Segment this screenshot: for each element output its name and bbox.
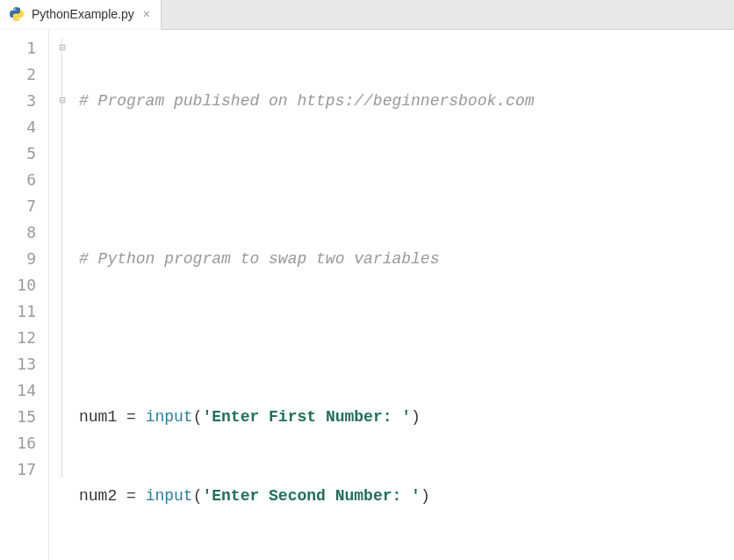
tab-bar: PythonExample.py × xyxy=(0,0,734,30)
line-number: 17 xyxy=(0,456,36,483)
comment: # Program published on https://beginners… xyxy=(79,92,534,110)
line-number: 2 xyxy=(0,61,36,88)
line-number: 3 xyxy=(0,88,36,114)
comment: # Python program to swap two variables xyxy=(79,250,439,268)
line-number: 10 xyxy=(0,272,36,298)
line-number: 7 xyxy=(0,193,36,219)
code-line: num1 = input('Enter First Number: ') xyxy=(79,404,734,430)
line-number: 6 xyxy=(0,167,36,193)
code-line: # Python program to swap two variables xyxy=(79,246,734,272)
line-number: 12 xyxy=(0,325,36,351)
paren: ) xyxy=(411,408,421,426)
line-number: 15 xyxy=(0,404,36,430)
string: 'Enter First Number: ' xyxy=(202,408,411,426)
python-file-icon xyxy=(9,6,25,22)
builtin: input xyxy=(146,408,193,426)
paren: ) xyxy=(421,487,430,505)
builtin: input xyxy=(146,487,193,505)
identifier: num1 xyxy=(79,408,117,426)
line-number: 5 xyxy=(0,140,36,167)
fold-gutter: ⊟ ⊟ xyxy=(49,30,76,560)
fold-toggle-icon[interactable]: ⊟ xyxy=(49,35,76,61)
line-number: 14 xyxy=(0,377,36,404)
fold-spacer xyxy=(49,61,76,88)
line-number: 13 xyxy=(0,351,36,377)
fold-toggle-icon[interactable]: ⊟ xyxy=(49,88,76,114)
operator: = xyxy=(117,408,145,426)
line-number: 9 xyxy=(0,246,36,272)
file-tab[interactable]: PythonExample.py × xyxy=(0,0,162,30)
code-line: num2 = input('Enter Second Number: ') xyxy=(79,483,734,509)
paren: ( xyxy=(193,487,203,505)
identifier: num2 xyxy=(79,487,117,505)
string: 'Enter Second Number: ' xyxy=(202,487,420,505)
line-number: 4 xyxy=(0,114,36,140)
code-line xyxy=(79,167,734,193)
code-line xyxy=(79,325,734,351)
fold-guide-line xyxy=(61,39,62,477)
line-number-gutter: 1 2 3 4 5 6 7 8 9 10 11 12 13 14 15 16 1… xyxy=(0,30,49,560)
operator: = xyxy=(117,487,145,505)
line-number: 16 xyxy=(0,430,36,456)
code-line: # Program published on https://beginners… xyxy=(79,88,734,114)
tab-filename: PythonExample.py xyxy=(32,7,134,21)
paren: ( xyxy=(193,408,203,426)
line-number: 8 xyxy=(0,219,36,246)
editor-area: 1 2 3 4 5 6 7 8 9 10 11 12 13 14 15 16 1… xyxy=(0,30,734,560)
line-number: 1 xyxy=(0,35,36,61)
code-editor[interactable]: # Program published on https://beginners… xyxy=(76,30,734,560)
line-number: 11 xyxy=(0,298,36,325)
close-icon[interactable]: × xyxy=(141,7,152,21)
